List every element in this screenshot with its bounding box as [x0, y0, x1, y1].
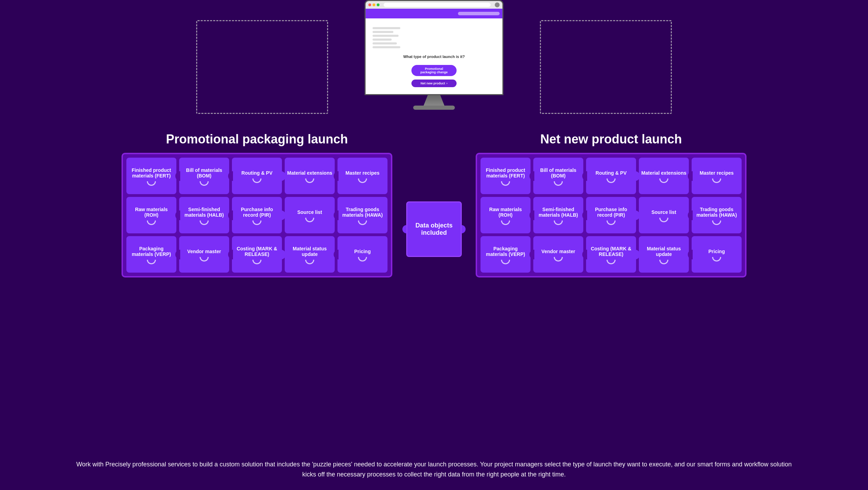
data-objects-label: Data objects included: [407, 222, 461, 236]
monitor-toolbar: [366, 9, 502, 18]
left-section-title: Promotional packaging launch: [166, 132, 348, 147]
r-connector-2: [554, 181, 563, 186]
monitor: What type of product launch is it? Promo…: [365, 0, 503, 132]
middle-section: Promotional packaging launch Finished pr…: [0, 132, 868, 449]
r-connector-5: [712, 178, 721, 183]
connector-13: [252, 260, 261, 264]
r-connector-3: [607, 178, 616, 183]
arrow-icon: ›: [446, 82, 448, 85]
left-piece-sourcelist: Source list: [285, 197, 335, 233]
right-row-1: Finished product materials (FERT) Bill o…: [481, 158, 742, 194]
avatar: [495, 2, 500, 7]
right-piece-pir: Purchase info record (PIR): [586, 197, 636, 233]
connector-15: [358, 257, 367, 261]
right-piece-matext: Material extensions: [639, 158, 689, 194]
monitor-content: What type of product launch is it? Promo…: [366, 18, 502, 94]
r-connector-8: [607, 221, 616, 225]
r-connector-7: [554, 221, 563, 225]
close-dot: [368, 3, 371, 6]
left-piece-halb: Semi-finished materials (HALB): [179, 197, 229, 233]
right-piece-vendor: Vendor master: [533, 236, 583, 273]
connector-2: [200, 181, 209, 186]
r-connector-9: [659, 218, 668, 222]
right-piece-sourcelist: Source list: [639, 197, 689, 233]
net-new-btn-label: Net new product: [420, 82, 445, 85]
right-puzzle-grid: Finished product materials (FERT) Bill o…: [476, 153, 746, 277]
url-bar: [384, 3, 491, 7]
right-piece-roh: Raw materials (ROH): [481, 197, 531, 233]
net-new-btn[interactable]: Net new product ›: [411, 80, 457, 87]
toolbar-bar: [458, 12, 500, 15]
right-piece-halb: Semi-finished materials (HALB): [533, 197, 583, 233]
line5: [373, 42, 397, 44]
left-piece-vendor: Vendor master: [179, 236, 229, 273]
right-piece-verp: Packaging materials (VERP): [481, 236, 531, 273]
r-connector-12: [554, 257, 563, 261]
left-piece-master: Master recipes: [337, 158, 387, 194]
footer-text: Work with Precisely professional service…: [0, 449, 868, 490]
connector-3: [252, 178, 261, 183]
page-container: What type of product launch is it? Promo…: [0, 0, 868, 490]
connector-6: [147, 221, 156, 225]
right-piece-hawa: Trading goods materials (HAWA): [692, 197, 742, 233]
right-panel: Net new product launch Finished product …: [476, 132, 746, 277]
data-objects-box: Data objects included: [406, 201, 462, 257]
r-connector-11: [501, 260, 510, 264]
monitor-lines: [373, 27, 400, 48]
line3: [373, 35, 399, 37]
left-piece-pricing: Pricing: [337, 236, 387, 273]
right-row-2: Raw materials (ROH) Semi-finished materi…: [481, 197, 742, 233]
right-row-3: Packaging materials (VERP) Vendor master…: [481, 236, 742, 273]
line2: [373, 31, 393, 33]
right-piece-bom: Bill of materials (BOM): [533, 158, 583, 194]
r-connector-1: [501, 181, 510, 186]
left-row-2: Raw materials (ROH) Semi-finished materi…: [126, 197, 387, 233]
connector-14: [305, 260, 314, 264]
right-piece-fert: Finished product materials (FERT): [481, 158, 531, 194]
left-row-3: Packaging materials (VERP) Vendor master…: [126, 236, 387, 273]
connector-8: [252, 221, 261, 225]
r-connector-13: [607, 260, 616, 264]
r-connector-14: [659, 260, 668, 264]
monitor-screen: What type of product launch is it? Promo…: [365, 0, 503, 95]
footer-paragraph: Work with Precisely professional service…: [69, 459, 799, 480]
right-piece-statusupdate: Material status update: [639, 236, 689, 273]
right-piece-routing: Routing & PV: [586, 158, 636, 194]
left-piece-fert: Finished product materials (FERT): [126, 158, 176, 194]
connector-5: [358, 178, 367, 183]
dashed-rect-left: [196, 20, 328, 114]
left-piece-pir: Purchase info record (PIR): [232, 197, 282, 233]
connector-9: [305, 218, 314, 222]
center-panel: Data objects included: [406, 132, 462, 257]
monitor-question: What type of product launch is it?: [403, 55, 465, 59]
right-section-title: Net new product launch: [540, 132, 682, 147]
left-row-1: Finished product materials (FERT) Bill o…: [126, 158, 387, 194]
r-connector-6: [501, 221, 510, 225]
promotional-btn[interactable]: Promotional packaging change: [411, 65, 457, 76]
left-piece-bom: Bill of materials (BOM): [179, 158, 229, 194]
connector-4: [305, 178, 314, 183]
dashed-rect-right: [540, 20, 672, 114]
left-piece-roh: Raw materials (ROH): [126, 197, 176, 233]
right-piece-costing: Costing (MARK & RELEASE): [586, 236, 636, 273]
maximize-dot: [377, 3, 379, 6]
right-piece-master: Master recipes: [692, 158, 742, 194]
r-connector-4: [659, 178, 668, 183]
top-section: What type of product launch is it? Promo…: [0, 0, 868, 132]
monitor-stand: [424, 95, 444, 106]
left-piece-verp: Packaging materials (VERP): [126, 236, 176, 273]
left-piece-hawa: Trading goods materials (HAWA): [337, 197, 387, 233]
connector-12: [200, 257, 209, 261]
r-connector-15: [712, 257, 721, 261]
left-panel: Promotional packaging launch Finished pr…: [122, 132, 392, 277]
line4: [373, 39, 392, 41]
right-piece-pricing: Pricing: [692, 236, 742, 273]
left-piece-costing: Costing (MARK & RELEASE): [232, 236, 282, 273]
monitor-titlebar: [366, 1, 502, 9]
line1: [373, 27, 400, 29]
connector-11: [147, 260, 156, 264]
left-piece-matext: Material extensions: [285, 158, 335, 194]
r-connector-10: [712, 221, 721, 225]
line6: [373, 46, 400, 48]
minimize-dot: [373, 3, 375, 6]
